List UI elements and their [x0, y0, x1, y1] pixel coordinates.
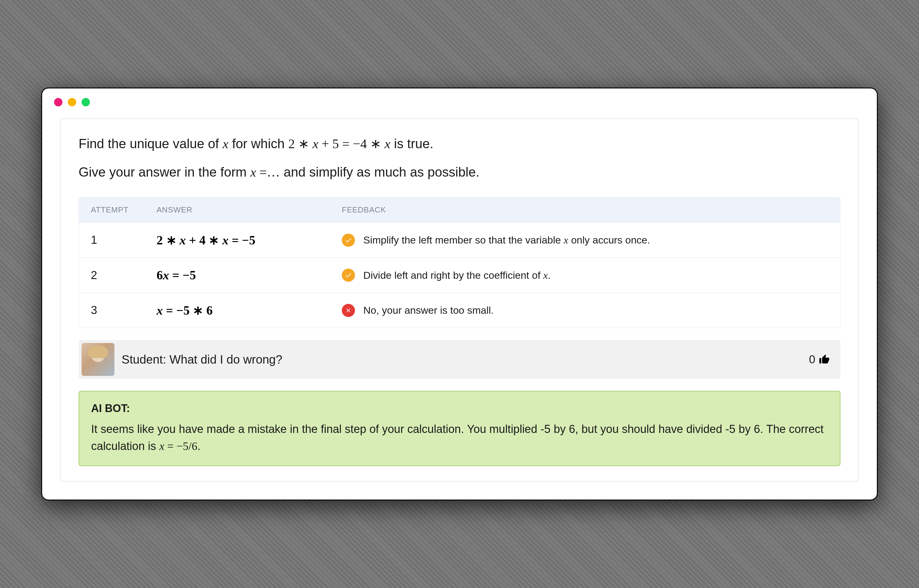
problem-line-2: Give your answer in the form x =… and si… [79, 162, 840, 182]
math-form: x =… [250, 165, 280, 179]
bot-response: AI BOT: It seems like you have made a mi… [79, 391, 840, 466]
close-window-button[interactable] [54, 98, 63, 107]
attempt-number: 3 [91, 304, 157, 317]
header-attempt: ATTEMPT [91, 205, 157, 215]
answer-math: 6x = −5 [157, 268, 342, 282]
problem-text-part: is true. [394, 136, 433, 151]
answer-math: 2 ∗ x + 4 ∗ x = −5 [157, 233, 342, 247]
table-row: 2 6x = −5 Divide left and right by the c… [79, 258, 840, 292]
math-variable: x [223, 137, 229, 151]
minimize-window-button[interactable] [68, 98, 76, 107]
error-icon [342, 304, 355, 317]
likes-count: 0 [809, 353, 815, 366]
bot-text: It seems like you have made a mistake in… [91, 421, 828, 455]
feedback-text: No, your answer is too small. [363, 304, 494, 316]
problem-text-part: Give your answer in the form [79, 165, 250, 179]
bot-label: AI BOT: [91, 402, 828, 415]
exercise-card: Find the unique value of x for which 2 ∗… [60, 118, 859, 481]
app-window: Find the unique value of x for which 2 ∗… [41, 87, 878, 501]
feedback-text: Divide left and right by the coefficient… [363, 270, 551, 281]
maximize-window-button[interactable] [82, 98, 90, 107]
problem-text-part: Find the unique value of [79, 136, 223, 151]
table-row: 3 x = −5 ∗ 6 No, your answer is too smal… [79, 292, 840, 328]
student-question-text: Student: What did I do wrong? [121, 353, 802, 366]
student-avatar [82, 343, 115, 376]
attempts-table: ATTEMPT ANSWER FEEDBACK 1 2 ∗ x + 4 ∗ x … [79, 197, 840, 328]
feedback-cell: Divide left and right by the coefficient… [342, 268, 828, 282]
math-answer: x = −5/6 [159, 440, 197, 452]
check-icon [342, 234, 355, 247]
answer-math: x = −5 ∗ 6 [157, 303, 342, 318]
header-answer: ANSWER [157, 205, 342, 215]
problem-text-part: and simplify as much as possible. [284, 165, 479, 179]
thumbs-up-icon [819, 354, 830, 365]
header-feedback: FEEDBACK [342, 205, 828, 215]
check-icon [342, 268, 355, 282]
likes-counter[interactable]: 0 [809, 353, 830, 366]
feedback-cell: Simplify the left member so that the var… [342, 234, 828, 247]
math-equation: 2 ∗ x + 5 = −4 ∗ x [288, 137, 391, 151]
problem-line-1: Find the unique value of x for which 2 ∗… [79, 134, 840, 154]
feedback-text: Simplify the left member so that the var… [363, 234, 650, 246]
feedback-cell: No, your answer is too small. [342, 304, 828, 317]
table-row: 1 2 ∗ x + 4 ∗ x = −5 Simplify the left m… [79, 222, 840, 258]
table-header: ATTEMPT ANSWER FEEDBACK [79, 197, 840, 222]
student-message: Student: What did I do wrong? 0 [79, 340, 840, 379]
attempt-number: 1 [91, 234, 157, 247]
problem-text-part: for which [232, 136, 288, 151]
content-area: Find the unique value of x for which 2 ∗… [42, 112, 877, 499]
titlebar [42, 89, 877, 112]
attempt-number: 2 [91, 269, 157, 282]
